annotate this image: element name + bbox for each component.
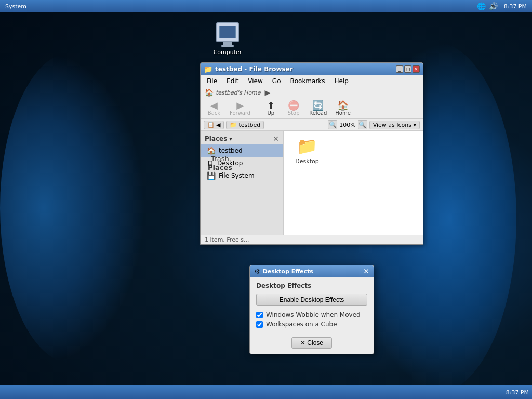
menu-bookmarks[interactable]: Bookmarks [286, 76, 329, 86]
window-controls: _ □ ✕ [396, 65, 420, 73]
zoom-level: 100% [339, 122, 355, 128]
maximize-button[interactable]: □ [404, 65, 411, 73]
sidebar-testbed-label: testbed [219, 147, 243, 154]
enable-effects-button[interactable]: Enable Desktop Effects [256, 294, 367, 306]
reload-label: Reload [309, 110, 327, 116]
sidebar-header: Places ▾ ✕ [201, 133, 283, 144]
dialog-title: Desktop Effects [263, 268, 313, 275]
toolbar: ◀ Back ▶ Forward ⬆ Up ⛔ Stop 🔄 Reload 🏠 [201, 98, 423, 119]
window-body: Places ▾ ✕ 🏠 testbed 🖥 Desktop 💾 File Sy… [201, 131, 423, 235]
location-bar: 📋 ◀ 📁 testbed 🔍 100% 🔍 View as Icons ▾ [201, 119, 423, 131]
menu-help[interactable]: Help [330, 76, 353, 86]
bg-swirl-left [0, 52, 145, 364]
status-text: 1 item. Free s... [205, 236, 249, 243]
path-arrow-icon: ▶ [265, 88, 271, 97]
file-browser-icon: 📁 [204, 65, 212, 73]
home-icon: 🏠 [337, 101, 349, 110]
file-browser-title: testbed - File Browser [215, 65, 396, 73]
menubar: File Edit View Go Bookmarks Help [201, 75, 423, 87]
zoom-in-button[interactable]: 🔍 [358, 120, 367, 129]
path-bar: 🏠 testbed's Home ▶ [201, 87, 423, 98]
taskbar-system-menu[interactable]: System [2, 2, 30, 11]
menu-go[interactable]: Go [268, 76, 285, 86]
zoom-out-button[interactable]: 🔍 [328, 120, 337, 129]
sidebar-filesystem-label: File System [219, 172, 255, 179]
computer-icon-label: Computer [214, 49, 242, 56]
up-button[interactable]: ⬆ Up [260, 100, 281, 117]
computer-desktop-icon[interactable]: Computer [207, 22, 248, 56]
menu-file[interactable]: File [203, 76, 221, 86]
stand-shape [223, 42, 232, 45]
stop-icon: ⛔ [288, 101, 299, 110]
cube-checkbox[interactable] [256, 321, 263, 328]
forward-icon: ▶ [236, 101, 244, 110]
file-item-desktop[interactable]: 📁 Desktop [289, 136, 325, 165]
dialog-section-title: Desktop Effects [256, 282, 367, 289]
wobble-label: Windows Wobble when Moved [266, 311, 361, 318]
volume-icon[interactable]: 🔊 [489, 2, 498, 10]
view-as-button[interactable]: View as Icons ▾ [369, 121, 420, 129]
desktop-effects-dialog: ⚙ Desktop Effects ✕ Desktop Effects Enab… [249, 265, 374, 354]
wobble-checkbox[interactable] [256, 312, 263, 318]
file-browser-window: 📁 testbed - File Browser _ □ ✕ File Edit… [200, 62, 423, 245]
home-button[interactable]: 🏠 Home [332, 100, 354, 117]
taskbar-bottom: 8:37 PM [0, 385, 532, 399]
back-icon: ◀ [210, 101, 218, 110]
breadcrumb-label: testbed [238, 122, 260, 128]
history-arrow: ◀ [216, 122, 220, 128]
forward-label: Forward [230, 110, 250, 116]
sidebar: Places ▾ ✕ 🏠 testbed 🖥 Desktop 💾 File Sy… [201, 131, 284, 235]
base-shape [221, 45, 234, 47]
cube-option-row: Workspaces on a Cube [256, 320, 367, 329]
minimize-button[interactable]: _ [396, 65, 403, 73]
places-label: Places [208, 164, 232, 171]
status-bar: 1 item. Free s... [201, 235, 423, 244]
dialog-titlebar: ⚙ Desktop Effects ✕ [250, 265, 374, 277]
screen-shape [219, 26, 236, 38]
reload-icon: 🔄 [312, 101, 324, 110]
history-dropdown[interactable]: 📋 ◀ [204, 121, 224, 129]
up-label: Up [267, 110, 274, 116]
dialog-body: Desktop Effects Enable Desktop Effects W… [250, 277, 374, 334]
history-icon: 📋 [207, 122, 215, 128]
desktop-folder-icon: 📁 [297, 136, 317, 156]
home-label: Home [335, 110, 351, 116]
monitor-shape [216, 22, 239, 42]
sidebar-header-arrow[interactable]: ▾ [229, 136, 232, 142]
taskbar-bottom-right: 8:37 PM [506, 389, 529, 396]
folder-icon: 📁 [230, 122, 237, 128]
trash-label: Trash [211, 155, 229, 163]
sidebar-close-button[interactable]: ✕ [273, 135, 279, 143]
zoom-control: 🔍 100% 🔍 View as Icons ▾ [328, 120, 420, 129]
back-button[interactable]: ◀ Back [204, 100, 224, 117]
sidebar-filesystem-icon: 💾 [207, 171, 216, 180]
network-icon[interactable]: 🌐 [477, 2, 486, 10]
dialog-footer: ✕ Close [250, 334, 374, 354]
stop-label: Stop [288, 110, 300, 116]
desktop-folder-label: Desktop [295, 158, 318, 165]
taskbar-right: 🌐 🔊 8:37 PM [477, 2, 530, 11]
wobble-option-row: Windows Wobble when Moved [256, 310, 367, 320]
close-button[interactable]: ✕ [413, 65, 420, 73]
sidebar-title: Places [205, 135, 227, 142]
path-home-icon: 🏠 [205, 88, 214, 97]
dialog-close-icon[interactable]: ✕ [363, 267, 369, 275]
clock: 8:37 PM [501, 2, 530, 11]
taskbar-top: System 🌐 🔊 8:37 PM [0, 0, 532, 12]
sidebar-testbed-icon: 🏠 [207, 147, 216, 155]
dialog-close-button[interactable]: ✕ Close [291, 337, 332, 349]
up-icon: ⬆ [267, 101, 275, 110]
file-browser-titlebar: 📁 testbed - File Browser _ □ ✕ [201, 63, 423, 75]
menu-edit[interactable]: Edit [222, 76, 243, 86]
breadcrumb-testbed[interactable]: 📁 testbed [226, 121, 264, 129]
menu-view[interactable]: View [244, 76, 267, 86]
taskbar-time-bottom: 8:37 PM [506, 389, 529, 396]
forward-button[interactable]: ▶ Forward [227, 100, 254, 117]
stop-button[interactable]: ⛔ Stop [283, 100, 304, 117]
desktop: System 🌐 🔊 8:37 PM Computer 📁 testbed - … [0, 0, 532, 399]
back-label: Back [208, 110, 220, 116]
reload-button[interactable]: 🔄 Reload [306, 100, 330, 117]
computer-icon-img [215, 22, 240, 47]
path-label: testbed's Home [216, 89, 261, 96]
main-content: 📁 Desktop [284, 131, 423, 235]
